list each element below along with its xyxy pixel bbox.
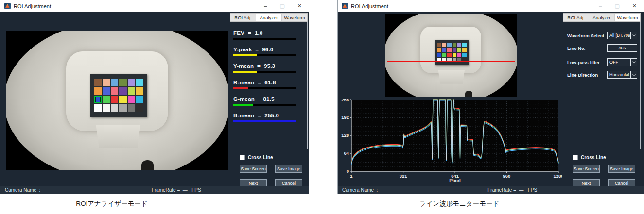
color-patch [442, 48, 446, 52]
tab-waveform[interactable]: Waveform [282, 14, 307, 21]
color-patch [453, 53, 456, 57]
save-screen-button[interactable]: Save Screen [573, 165, 600, 173]
line-no-field[interactable]: 465 [607, 44, 637, 52]
minimize-icon[interactable]: – [264, 3, 267, 9]
color-patch [119, 104, 126, 112]
color-patch [462, 53, 466, 57]
tab-bar: ROI Adj.AnalyzerWaveform [563, 13, 641, 22]
metric-value: 1.0 [255, 30, 263, 36]
window-roi-analyzer: ROI Adjustment – ▢ ✕ ROI Adj.AnalyzerWav… [0, 0, 309, 194]
save-image-button[interactable]: Save Image [275, 165, 302, 173]
metric-value: 255.0 [264, 113, 279, 118]
color-patch [447, 53, 451, 57]
button-grid: Save ScreenSave ImageNextCancel [573, 165, 635, 187]
color-patch [111, 104, 118, 112]
color-patch [103, 104, 110, 112]
cross-line-checkbox[interactable]: Cross Line [573, 155, 606, 160]
metric-name: R-mean [233, 80, 254, 85]
checkbox-icon[interactable] [573, 155, 578, 160]
waveform-controls-box: Waveform SelectAll [BT.709]Line No.465Lo… [563, 22, 641, 149]
equals-sign: = [248, 30, 251, 36]
color-patch [437, 43, 441, 47]
framerate-label: FrameRate = — FPS [487, 187, 537, 193]
camera-knob [465, 91, 472, 97]
matlab-logo-triangle [343, 4, 347, 8]
tab-analyzer[interactable]: Analyzer [589, 14, 615, 21]
color-patch [462, 43, 466, 47]
analyzer-metrics-box: FEV=1.0Y-peak=96.0Y-mean=95.3R-mean=61.8… [230, 22, 308, 149]
color-patch [119, 87, 126, 95]
titlebar-right: ROI Adjustment – ▢ ✕ [338, 0, 644, 12]
control-row-line-no-: Line No.465 [567, 44, 637, 52]
dropdown-arrow-button[interactable] [630, 59, 637, 66]
dropdown-arrow-button[interactable] [630, 71, 637, 78]
color-patch [94, 104, 102, 112]
scan-line-indicator [387, 61, 515, 62]
tab-roi-adj-[interactable]: ROI Adj. [230, 14, 256, 21]
maximize-icon[interactable]: ▢ [279, 3, 284, 9]
titlebar-left: ROI Adjustment – ▢ ✕ [0, 0, 309, 12]
color-patch [442, 43, 446, 47]
checkbox-icon[interactable] [240, 155, 245, 160]
camera-knob [141, 160, 154, 170]
metric-label: B-mean=255.0 [233, 113, 304, 118]
control-value: OFF [608, 60, 630, 65]
window-controls: – ▢ ✕ [264, 3, 305, 9]
chevron-down-icon [632, 72, 635, 76]
control-row-line-direction: Line DirectionHorizontal [567, 71, 637, 79]
metric-bar-fill [233, 54, 257, 56]
save-image-button[interactable]: Save Image [608, 165, 635, 173]
pedestal-table [437, 70, 465, 84]
close-icon[interactable]: ✕ [632, 3, 637, 9]
pedestal-table [95, 125, 141, 148]
camera-preview[interactable] [6, 31, 228, 170]
control-label: Waveform Select [567, 33, 604, 38]
color-patch [111, 87, 118, 95]
metric-name: B-mean [233, 113, 254, 118]
color-patch [119, 79, 126, 86]
tab-roi-adj-[interactable]: ROI Adj. [563, 14, 589, 21]
svg-text:192: 192 [341, 115, 349, 120]
dropdown-arrow-button[interactable] [630, 32, 637, 39]
svg-text:0: 0 [347, 168, 349, 174]
maximize-icon[interactable]: ▢ [614, 3, 619, 9]
svg-text:255: 255 [341, 97, 349, 102]
metric-bar-track [233, 104, 296, 106]
color-patch [128, 104, 135, 112]
save-screen-button[interactable]: Save Screen [240, 165, 267, 173]
framerate-label: FrameRate = — FPS [152, 187, 201, 193]
color-patch [447, 48, 451, 52]
close-icon[interactable]: ✕ [297, 3, 302, 9]
caption-line-waveform-mode: ライン波形モニターモード [351, 199, 568, 208]
metric-bar-track [233, 87, 296, 89]
dropdown-all-bt-709-[interactable]: All [BT.709] [607, 32, 637, 39]
cross-line-checkbox[interactable]: Cross Line [240, 155, 273, 160]
color-patch [437, 53, 441, 57]
svg-text:1280: 1280 [553, 173, 562, 179]
tab-waveform[interactable]: Waveform [615, 14, 640, 21]
color-patch [94, 79, 102, 86]
color-patch [457, 48, 461, 52]
side-panel: ROI Adj.AnalyzerWaveform FEV=1.0Y-peak=9… [230, 13, 308, 187]
metric-value: 95.3 [264, 63, 275, 69]
dropdown-horizontal[interactable]: Horizontal [607, 71, 637, 79]
svg-text:128: 128 [341, 132, 349, 138]
equals-sign: = [258, 113, 261, 118]
metric-bar-track [233, 38, 296, 40]
control-value: All [BT.709] [608, 33, 630, 38]
svg-text:Pixel: Pixel [449, 178, 461, 183]
waveform-plot: 06412819225513216419601280Pixel [338, 97, 562, 183]
color-patch [128, 79, 135, 86]
chevron-down-icon [632, 60, 635, 63]
dropdown-off[interactable]: OFF [607, 58, 637, 66]
cross-line-label: Cross Line [248, 155, 273, 160]
svg-text:321: 321 [400, 173, 408, 179]
color-patch [457, 53, 461, 57]
minimize-icon[interactable]: – [599, 3, 602, 9]
equals-sign: = [258, 80, 261, 85]
camera-preview-with-scan-line[interactable] [385, 14, 517, 97]
svg-text:960: 960 [503, 173, 510, 179]
equals-sign [258, 96, 260, 102]
tab-analyzer[interactable]: Analyzer [256, 14, 282, 21]
color-patch [457, 43, 461, 47]
